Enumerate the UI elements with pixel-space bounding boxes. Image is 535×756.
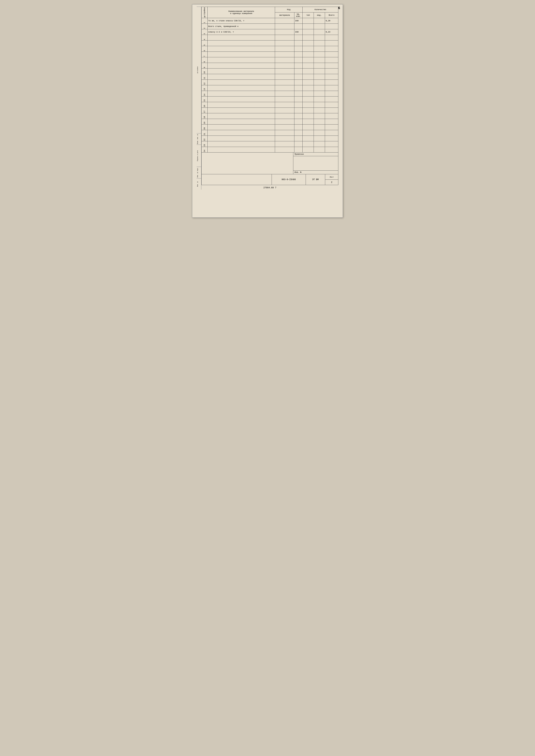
cell-material [275, 24, 295, 29]
cell-num: 10 [202, 69, 208, 74]
cell-num: 8 [202, 57, 208, 63]
table-row: 13 [202, 85, 338, 91]
table-body: 1То же, к стали класса С38/23, тI680,202… [202, 18, 338, 153]
table-row: 1То же, к стали класса С38/23, тI680,20 [202, 18, 338, 24]
th-vsego: Всего [325, 13, 338, 18]
table-row: 16 [202, 102, 338, 108]
th-nostroiki: №стройки [202, 7, 208, 18]
cell-tip [303, 35, 314, 41]
table-row: 11 [202, 74, 338, 80]
cell-vsego [325, 130, 338, 136]
footer-code: 903-9-I5п86 [272, 174, 306, 185]
cell-naim [208, 141, 275, 147]
cell-material [275, 85, 295, 91]
cell-num: 24 [202, 147, 208, 153]
cell-ed [295, 85, 303, 91]
cell-num: 11 [202, 74, 208, 80]
cell-num: 6 [202, 46, 208, 52]
th-naim-line2: и единица измерения [208, 13, 274, 15]
cell-tip [303, 29, 314, 35]
cell-tip [303, 57, 314, 63]
cell-num: 19 [202, 119, 208, 125]
cell-vsego [325, 147, 338, 153]
cell-material [275, 119, 295, 125]
cell-ed [295, 108, 303, 113]
cell-tip [303, 113, 314, 119]
cell-num: 14 [202, 91, 208, 97]
cell-material [275, 80, 295, 85]
th-ind: инд. [314, 13, 325, 18]
cell-ind [314, 97, 325, 102]
cell-ed [295, 136, 303, 141]
cell-ind [314, 136, 325, 141]
cell-material [275, 136, 295, 141]
table-row: 4 [202, 35, 338, 41]
cell-vsego [325, 63, 338, 69]
cell-naim [208, 97, 275, 102]
cell-ind [314, 108, 325, 113]
cell-material [275, 91, 295, 97]
cell-ed [295, 63, 303, 69]
cell-ind [314, 46, 325, 52]
cell-naim [208, 147, 275, 153]
cell-material [275, 97, 295, 102]
table-row: 8 [202, 57, 338, 63]
table-row: 7 [202, 52, 338, 57]
table-row: 10 [202, 69, 338, 74]
cell-num: 15 [202, 97, 208, 102]
side-podpis: Подпись и дата [197, 145, 201, 166]
cell-naim [208, 74, 275, 80]
footer-et-bm: ЭТ ВМ [306, 174, 325, 185]
cell-material [275, 52, 295, 57]
privyazan-label: Привязан [295, 153, 304, 155]
cell-vsego [325, 108, 338, 113]
cell-ed: I68 [295, 18, 303, 24]
cell-num: 13 [202, 85, 208, 91]
table-row: 5 [202, 41, 338, 46]
table-row: 23 [202, 141, 338, 147]
cell-naim [208, 85, 275, 91]
cell-num: 16 [202, 102, 208, 108]
cell-ind [314, 130, 325, 136]
cell-num: 22 [202, 136, 208, 141]
cell-ind [314, 80, 325, 85]
cell-ind [314, 91, 325, 97]
cell-ed [295, 74, 303, 80]
cell-tip [303, 63, 314, 69]
cell-tip [303, 85, 314, 91]
table-row: 20 [202, 125, 338, 130]
cell-ed [295, 130, 303, 136]
cell-ed [295, 80, 303, 85]
cell-naim: То же, к стали класса С38/23, т [208, 18, 275, 24]
cell-tip [303, 125, 314, 130]
cell-num: 3 [202, 29, 208, 35]
cell-ind [314, 52, 325, 57]
cell-ed [295, 41, 303, 46]
cell-vsego [325, 125, 338, 130]
cell-naim [208, 63, 275, 69]
table-row: 6 [202, 46, 338, 52]
cell-vsego: 0,23 [325, 29, 338, 35]
side-inv-no-podl: Инв. № подл. [197, 166, 201, 178]
side-vzam: Взам. инв. № [197, 133, 201, 145]
cell-material [275, 108, 295, 113]
cell-ed [295, 102, 303, 108]
header-row-1: №стройки Наименование материала и единиц… [202, 7, 338, 13]
cell-vsego [325, 74, 338, 80]
table-row: 22 [202, 136, 338, 141]
cell-tip [303, 24, 314, 29]
th-kolvo: Количество [303, 7, 338, 13]
footer-left [202, 174, 272, 185]
table-row: 9 [202, 63, 338, 69]
table-header: №стройки Наименование материала и единиц… [202, 7, 338, 18]
table-row: 21 [202, 130, 338, 136]
cell-ind [314, 63, 325, 69]
th-material: материала [275, 13, 295, 18]
cell-ed [295, 24, 303, 29]
table-row: 12 [202, 80, 338, 85]
table-row: 19 [202, 119, 338, 125]
cell-vsego [325, 35, 338, 41]
cell-naim [208, 41, 275, 46]
privyazan-row: Привязан [293, 153, 338, 156]
content-col: №стройки Наименование материала и единиц… [201, 7, 338, 189]
